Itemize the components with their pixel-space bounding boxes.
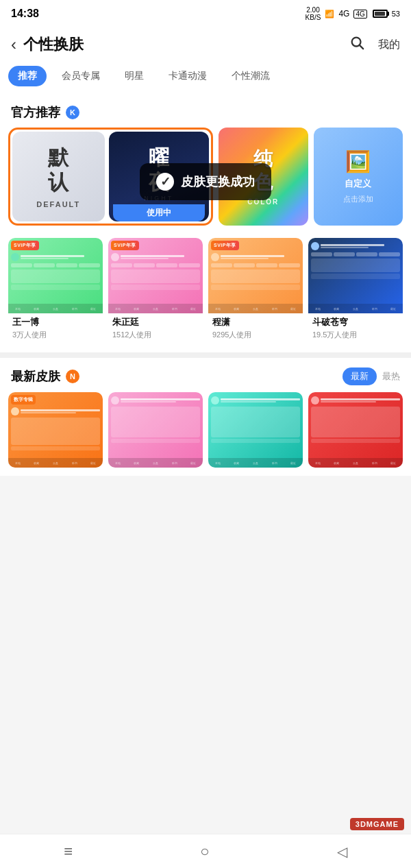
section-sort-controls: 最新 最热 [342,367,400,385]
new-skin-preview-0: 数字专辑 本地收藏云盘听书最近 [8,392,103,468]
mini-nav-1: 本地收藏云盘听书最近 [108,304,203,313]
new-skin-nav-3: 本地收藏云盘听书最近 [308,458,403,468]
new-skin-1[interactable]: 本地收藏云盘听书最近 [108,392,203,468]
skin-night-badge: 使用中 [113,204,206,221]
mini-nav-2: 本地收藏云盘听书最近 [208,304,303,313]
celeb-users-3: 19.5万人使用 [308,328,403,344]
toast-checkmark: ✓ [156,173,174,191]
official-title: 官方推荐 [11,104,60,121]
celeb-users-1: 1512人使用 [108,328,203,344]
celeb-preview-2: SVIP年享 [208,238,303,313]
skin-default-label: DEFAULT [36,200,80,208]
nav-home-button[interactable]: ○ [200,843,209,860]
new-skin-preview-3: 本地收藏云盘听书最近 [308,392,403,468]
tab-recommend[interactable]: 推荐 [8,66,47,86]
mine-button[interactable]: 我的 [378,38,400,52]
badge-n: N [66,370,79,383]
new-skin-preview-2: 本地收藏云盘听书最近 [208,392,303,468]
search-button[interactable] [349,35,364,54]
celeb-name-2: 程潇 [208,313,303,328]
celeb-item-2[interactable]: SVIP年享 [208,238,303,344]
new-skin-0[interactable]: 数字专辑 本地收藏云盘听书最近 [8,392,103,468]
mini-nav-0: 本地收藏云盘听书最近 [8,304,103,313]
skin-custom-label: 自定义 [345,178,371,190]
network-speed: 2.00KB/S [306,6,321,21]
tab-star[interactable]: 明星 [115,66,153,86]
skin-custom-card[interactable]: 🖼️ 自定义 点击添加 [314,128,403,226]
signal4g-icon: 4G [353,10,366,19]
battery-icon [373,10,388,18]
celeb-name-3: 斗破苍穹 [308,313,403,328]
celeb-item-0[interactable]: SVIP年享 [8,238,103,344]
svip-badge-2: SVIP年享 [211,241,239,250]
divider-1 [0,352,411,358]
nav-menu-button[interactable]: ≡ [64,843,73,860]
new-skin-3[interactable]: 本地收藏云盘听书最近 [308,392,403,468]
celeb-preview-1: SVIP年享 [108,238,203,313]
tab-trendy[interactable]: 个性潮流 [222,66,279,86]
nav-back-button[interactable]: ◁ [337,843,347,860]
svg-line-1 [360,45,363,49]
celeb-users-2: 9295人使用 [208,328,303,344]
back-button[interactable]: ‹ [11,35,16,54]
tab-vip[interactable]: 会员专属 [52,66,110,86]
celeb-preview-0: SVIP年享 [8,238,103,313]
svip-badge-0: SVIP年享 [11,241,39,250]
celeb-users-0: 3万人使用 [8,328,103,344]
page-title: 个性换肤 [23,34,342,55]
sort-newest-button[interactable]: 最新 [342,367,377,385]
badge-k: K [66,106,79,119]
skin-cards-container: 默认 DEFAULT 曜夜 NIGHT 使用中 纯色 COLOR 🖼️ 自定义 … [0,128,411,235]
celeb-name-1: 朱正廷 [108,313,203,328]
newest-section: 最新皮肤 N 最新 最热 数字专辑 [0,358,411,476]
celeb-section: SVIP年享 [0,238,411,352]
add-image-icon: 🖼️ [345,149,371,173]
new-skin-2[interactable]: 本地收藏云盘听书最近 [208,392,303,468]
skin-default-card[interactable]: 默认 DEFAULT [12,132,105,221]
bottom-nav: ≡ ○ ◁ [0,834,411,868]
watermark: 3DMGAME [350,818,404,830]
newest-title: 最新皮肤 [11,368,60,385]
status-bar: 14:38 2.00KB/S 📶 4G 4G 53 [0,0,411,27]
mini-nav-3: 本地收藏云盘听书最近 [308,304,403,313]
signal-icon: 4G [338,9,349,19]
celeb-grid: SVIP年享 [0,238,411,352]
new-skin-nav-2: 本地收藏云盘听书最近 [208,458,303,468]
new-skin-nav-0: 本地收藏云盘听书最近 [8,458,103,468]
tabs-bar: 推荐 会员专属 明星 卡通动漫 个性潮流 [0,60,411,95]
new-skin-preview-1: 本地收藏云盘听书最近 [108,392,203,468]
sort-hottest-button[interactable]: 最热 [382,370,400,383]
official-section-header: 官方推荐 K [0,95,411,128]
wifi-icon: 📶 [325,10,334,19]
celeb-preview-3: 本地收藏云盘听书最近 [308,238,403,313]
success-toast: ✓ 皮肤更换成功 [140,163,271,200]
svip-badge-1: SVIP年享 [111,241,139,250]
celeb-name-0: 王一博 [8,313,103,328]
skin-custom-sub: 点击添加 [343,194,373,204]
celeb-item-1[interactable]: SVIP年享 [108,238,203,344]
new-skin-nav-1: 本地收藏云盘听书最近 [108,458,203,468]
celeb-item-3[interactable]: 本地收藏云盘听书最近 斗破苍穹 19.5万人使用 [308,238,403,344]
newest-section-header: 最新皮肤 N 最新 最热 [0,358,411,392]
new-skins-grid: 数字专辑 本地收藏云盘听书最近 [0,392,411,476]
status-time: 14:38 [11,8,39,20]
battery-level: 53 [392,10,400,18]
toast-text: 皮肤更换成功 [181,173,255,190]
status-icons: 2.00KB/S 📶 4G 4G 53 [306,6,400,21]
skin-default-char1: 默认 [48,145,68,195]
header: ‹ 个性换肤 我的 [0,27,411,60]
tab-cartoon[interactable]: 卡通动漫 [159,66,216,86]
